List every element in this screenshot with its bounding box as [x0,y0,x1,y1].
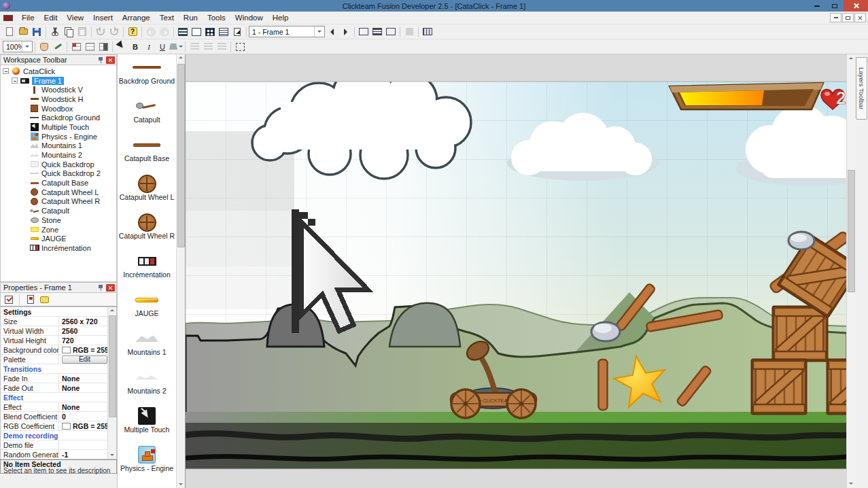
font-color-button[interactable] [169,40,183,54]
forward-button[interactable] [158,25,171,39]
save-button[interactable] [30,25,44,39]
close-icon[interactable] [106,284,115,292]
menu-tools[interactable]: Tools [203,12,230,23]
menu-edit[interactable]: Edit [39,12,63,23]
align-left-button[interactable] [188,40,201,54]
italic-button[interactable]: I [142,40,156,54]
scrollbar-thumb[interactable] [177,64,185,247]
scrollbar-thumb[interactable] [848,170,855,292]
menu-view[interactable]: View [62,12,88,23]
wood-crate[interactable] [752,360,806,414]
help-button[interactable]: ? [126,25,139,39]
stop-button[interactable] [402,25,416,39]
property-row[interactable]: RGB CoefficientRGB = 255, 255, [1,421,107,431]
property-row[interactable]: Background colorRGB = 255, 255, [1,345,107,355]
scrollbar-thumb[interactable] [109,315,116,417]
align-center-button[interactable] [201,40,215,54]
tree-root[interactable]: CataClick [1,67,116,76]
pin-icon[interactable] [98,285,103,291]
open-button[interactable] [16,25,30,39]
menu-help[interactable]: Help [268,12,294,23]
property-row[interactable]: Random Generato-1 [1,450,107,459]
tree-item[interactable]: Mountains 1 [1,141,116,151]
stone-object[interactable] [788,232,814,249]
tree-item[interactable]: Woodbox [1,104,116,114]
ground-band[interactable] [186,423,847,469]
run-project-button[interactable] [357,25,370,39]
collapse-icon[interactable] [12,77,18,84]
select-tool-button[interactable] [115,40,128,54]
run-frame-button[interactable] [384,25,398,39]
mdi-close-button[interactable] [854,13,866,22]
restore-button[interactable] [826,0,844,12]
tree-item[interactable]: Incrémentation [1,243,116,253]
tree-frame[interactable]: Frame 1 [1,76,116,86]
underline-button[interactable]: U [156,40,169,54]
gauge-object[interactable] [670,83,823,109]
snap-to-grid-button[interactable] [97,40,110,54]
event-editor-button[interactable] [203,25,217,39]
layers-toolbar-tab[interactable]: Layers Toolbar [856,57,867,120]
color-swatch[interactable] [62,347,71,353]
frame-selector[interactable]: 1 - Frame 1 [249,26,325,37]
frame-editor-button[interactable] [190,25,203,39]
tree-item[interactable]: Physics - Engine [1,132,116,141]
object-item[interactable]: Mountains 1 [118,328,176,367]
copy-button[interactable] [62,25,75,39]
menu-insert[interactable]: Insert [88,12,118,23]
property-row[interactable]: EffectNone [1,402,107,412]
menu-file[interactable]: File [17,12,39,23]
object-item[interactable]: Catapult [118,96,176,135]
mdi-child-icon[interactable] [3,15,13,21]
tree-item[interactable]: Catapult Base [1,178,116,188]
mdi-restore-button[interactable] [842,13,854,22]
show-grid-button[interactable] [83,40,97,54]
run-application-button[interactable] [370,25,384,39]
menu-text[interactable]: Text [155,12,179,23]
chevron-down-icon[interactable] [314,27,324,37]
about-tab-icon[interactable] [39,294,50,305]
properties-scrollbar[interactable] [107,307,116,459]
property-row[interactable]: Demo file [1,440,107,450]
settings-tab-icon[interactable] [3,294,14,305]
scroll-down-icon[interactable] [109,452,115,457]
align-right-button[interactable] [215,40,228,54]
close-icon[interactable] [106,56,115,64]
tree-item[interactable]: Stone [1,215,116,225]
pin-icon[interactable] [98,57,103,63]
scroll-up-icon[interactable] [109,309,115,314]
property-row[interactable]: Fade OutNone [1,383,107,393]
menu-run[interactable]: Run [179,12,203,23]
new-object-button[interactable] [230,25,244,39]
new-button[interactable] [3,25,16,39]
tree-item[interactable]: Catapult Wheel R [1,197,116,207]
previous-frame-button[interactable] [325,25,338,39]
draw-tool-button[interactable] [51,40,65,54]
wood-crate[interactable] [773,307,827,361]
grid-settings-button[interactable] [69,40,83,54]
zoom-selector[interactable]: 100% [3,41,33,52]
scroll-down-icon[interactable] [848,481,854,486]
scroll-down-icon[interactable] [178,481,184,487]
property-row[interactable]: Size2560 x 720 [1,317,107,326]
object-item[interactable]: JAUGE [118,290,176,328]
build-button[interactable] [421,25,434,39]
tree-item[interactable]: Quick Backdrop [1,160,116,169]
property-row[interactable]: Blend Coefficient0 [1,412,107,421]
collapse-icon[interactable] [3,68,9,74]
close-button[interactable] [844,0,868,12]
tree-item[interactable]: Quick Backdrop 2 [1,169,116,179]
mdi-minimize-button[interactable] [830,13,841,22]
property-row[interactable]: Virtual Height720 [1,336,107,345]
objects-scrollbar[interactable] [176,54,185,488]
tree-item[interactable]: Backdrop Ground [1,113,116,122]
tree-item[interactable]: Woodstick V [1,85,116,94]
cut-button[interactable] [48,25,62,39]
object-item[interactable]: Catapult Base [118,135,176,173]
scroll-up-icon[interactable] [848,56,854,62]
zoom-area-button[interactable] [233,40,247,54]
property-row[interactable]: Virtual Width2560 [1,326,107,336]
minimize-button[interactable] [808,0,826,12]
palette-edit-button[interactable]: Edit [62,355,107,364]
object-item[interactable]: Multiple Touch [118,406,176,445]
